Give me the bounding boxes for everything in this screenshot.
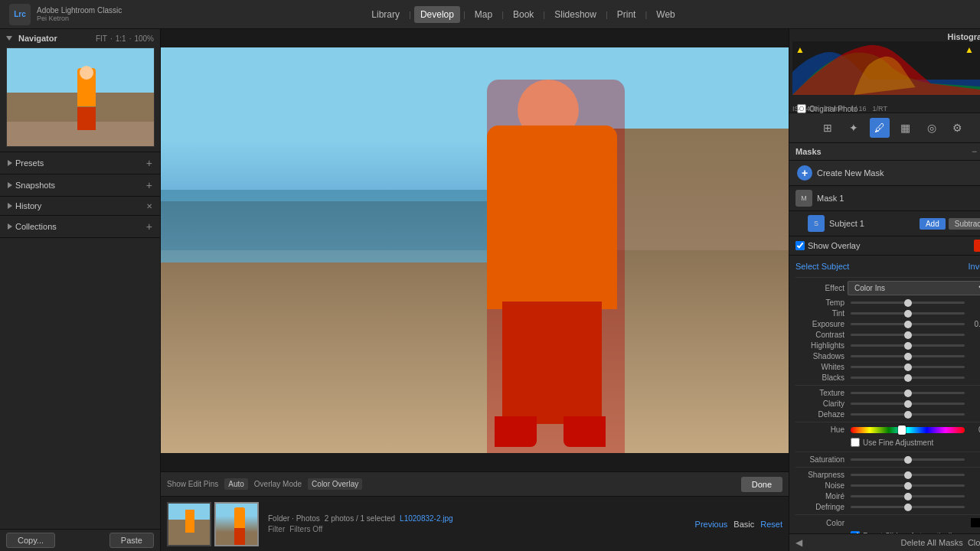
heal-tool[interactable]: ✦ bbox=[844, 118, 864, 138]
presets-add-icon[interactable]: + bbox=[146, 157, 152, 169]
subject-1-item[interactable]: S Subject 1 Add Subtract bbox=[789, 211, 980, 236]
adj-hue-slider[interactable] bbox=[851, 427, 965, 433]
filmstrip-thumb-1[interactable] bbox=[167, 502, 211, 546]
copy-button[interactable]: Copy... bbox=[6, 533, 55, 548]
nav-web[interactable]: Web bbox=[650, 6, 681, 23]
mask-1-item[interactable]: M Mask 1 bbox=[789, 186, 980, 211]
mask-1-icon: M bbox=[795, 190, 812, 207]
select-subject-button[interactable]: Select Subject bbox=[795, 262, 849, 271]
nav-book[interactable]: Book bbox=[507, 6, 540, 23]
previous-button[interactable]: Previous bbox=[695, 520, 728, 529]
navigator-section: Navigator FIT · 1:1 · 100% bbox=[0, 29, 160, 152]
adj-contrast-label: Contrast bbox=[795, 331, 848, 339]
subject-1-icon: S bbox=[808, 215, 825, 232]
select-subject-row: Select Subject Invert bbox=[795, 259, 980, 274]
adj-tint-label: Tint bbox=[795, 309, 848, 318]
effect-select[interactable]: Color Ins bbox=[848, 281, 980, 295]
settings-tool[interactable]: ⚙ bbox=[948, 118, 968, 138]
underexposure-warning[interactable]: ▲ bbox=[965, 44, 974, 55]
nav-100pct[interactable]: 100% bbox=[134, 34, 154, 43]
add-button[interactable]: Add bbox=[920, 218, 946, 230]
create-new-mask-button[interactable]: + Create New Mask bbox=[789, 161, 980, 186]
adj-temp-slider[interactable] bbox=[851, 302, 965, 304]
collections-add-icon[interactable]: + bbox=[146, 220, 152, 233]
left-panel: Navigator FIT · 1:1 · 100% bbox=[0, 29, 161, 551]
reset-button[interactable]: Reset bbox=[760, 520, 782, 529]
show-overlay-checkbox[interactable] bbox=[795, 241, 805, 250]
nav-print[interactable]: Print bbox=[611, 6, 642, 23]
paste-button[interactable]: Paste bbox=[109, 533, 154, 548]
snapshots-header[interactable]: Snapshots + bbox=[0, 174, 160, 196]
adj-saturation-value: 0 bbox=[968, 455, 980, 464]
filters-off-btn[interactable]: Filters Off bbox=[289, 525, 322, 533]
masks-minimize-btn[interactable]: − bbox=[972, 146, 977, 157]
logo-text: Lrc bbox=[14, 10, 26, 18]
adj-whites-slider[interactable] bbox=[851, 366, 965, 368]
nav-100[interactable]: 1:1 bbox=[116, 34, 126, 43]
adj-moire-slider[interactable] bbox=[851, 495, 965, 497]
adj-hue-row: Hue 0.0 bbox=[795, 425, 980, 434]
adj-exposure-thumb bbox=[904, 321, 912, 328]
adj-tint-slider[interactable] bbox=[851, 312, 965, 315]
nav-develop[interactable]: Develop bbox=[414, 6, 460, 23]
adj-saturation-slider[interactable] bbox=[851, 458, 965, 461]
adj-texture-label: Texture bbox=[795, 389, 848, 397]
nav-fit-label[interactable]: FIT bbox=[96, 34, 107, 43]
invert-button[interactable]: Invert bbox=[968, 262, 980, 271]
adj-moire-thumb bbox=[904, 493, 912, 500]
brush-tool[interactable]: 🖊 bbox=[870, 118, 890, 138]
radial-tool[interactable]: ◎ bbox=[922, 118, 942, 138]
app-logo: Lrc bbox=[9, 4, 31, 25]
adj-noise-slider[interactable] bbox=[851, 484, 965, 487]
crop-tool[interactable]: ⊞ bbox=[818, 118, 838, 138]
adj-texture-slider[interactable] bbox=[851, 392, 965, 394]
adj-hue-thumb bbox=[898, 425, 906, 435]
collapse-button[interactable]: ◀ bbox=[795, 537, 802, 548]
close-masks-button[interactable]: Close bbox=[968, 538, 980, 547]
adj-noise-label: Noise bbox=[795, 481, 848, 490]
adj-contrast-slider[interactable] bbox=[851, 334, 965, 336]
adj-clarity-slider[interactable] bbox=[851, 403, 965, 405]
adj-shadows-row: Shadows 0 bbox=[795, 352, 980, 360]
adj-noise-thumb bbox=[904, 482, 912, 490]
adj-blacks-slider[interactable] bbox=[851, 377, 965, 379]
auto-value[interactable]: Auto bbox=[224, 478, 248, 490]
adj-moire-value: 0 bbox=[968, 492, 980, 500]
adj-color-label: Color bbox=[795, 519, 848, 527]
adj-exposure-slider[interactable] bbox=[851, 323, 965, 325]
history-header[interactable]: History ✕ bbox=[0, 197, 160, 215]
left-section-collections: Collections + bbox=[0, 216, 160, 238]
overexposure-warning[interactable]: ▲ bbox=[795, 44, 805, 55]
adj-shadows-slider[interactable] bbox=[851, 355, 965, 357]
adj-clarity-row: Clarity 0 bbox=[795, 399, 980, 408]
adj-defringe-slider[interactable] bbox=[851, 506, 965, 508]
gradient-tool[interactable]: ▦ bbox=[896, 118, 916, 138]
nav-library[interactable]: Library bbox=[365, 6, 406, 23]
navigator-thumb[interactable] bbox=[6, 47, 155, 147]
history-label: History bbox=[15, 201, 41, 210]
filmstrip-thumb-2[interactable] bbox=[214, 502, 259, 546]
use-fine-checkbox[interactable] bbox=[851, 438, 860, 447]
adj-dehaze-row: Dehaze 0 bbox=[795, 410, 980, 419]
color-black[interactable] bbox=[971, 518, 980, 527]
history-close-icon[interactable]: ✕ bbox=[146, 202, 152, 210]
adj-dehaze-slider[interactable] bbox=[851, 413, 965, 416]
adj-texture-thumb bbox=[904, 390, 912, 397]
presets-header[interactable]: Presets + bbox=[0, 152, 160, 174]
nav-map[interactable]: Map bbox=[469, 6, 498, 23]
snapshots-add-icon[interactable]: + bbox=[146, 179, 152, 191]
plus-circle-icon: + bbox=[797, 165, 812, 181]
delete-all-masks-button[interactable]: Delete All Masks bbox=[901, 538, 963, 547]
collections-header[interactable]: Collections + bbox=[0, 216, 160, 237]
user-name: Pei Ketron bbox=[37, 15, 122, 22]
nav-slideshow[interactable]: Slideshow bbox=[548, 6, 603, 23]
subtract-button[interactable]: Subtract bbox=[949, 218, 980, 230]
adj-sharpness-slider[interactable] bbox=[851, 474, 965, 476]
left-section-snapshots: Snapshots + bbox=[0, 174, 160, 197]
adj-shadows-thumb bbox=[904, 353, 912, 360]
overlay-color-swatch[interactable] bbox=[974, 240, 980, 252]
done-button[interactable]: Done bbox=[741, 477, 782, 492]
adj-highlights-slider[interactable] bbox=[851, 344, 965, 347]
color-overlay-value[interactable]: Color Overlay bbox=[308, 478, 362, 490]
bottom-toolbar: Show Edit Pins Auto Overlay Mode Color O… bbox=[161, 471, 789, 496]
